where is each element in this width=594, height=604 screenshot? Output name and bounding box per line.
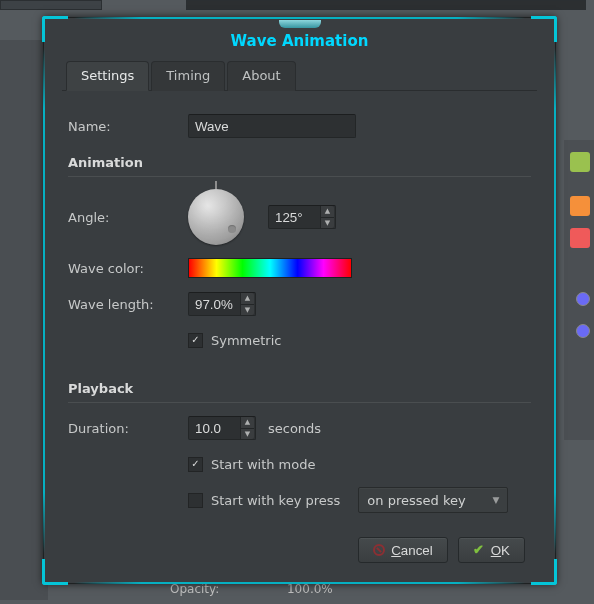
button-label: Cancel <box>391 543 433 558</box>
tab-bar: Settings Timing About <box>62 60 537 91</box>
dial-notch <box>215 181 217 189</box>
angle-dial[interactable] <box>188 189 244 245</box>
bg-chip <box>570 228 590 248</box>
duration-suffix: seconds <box>268 421 321 436</box>
name-label: Name: <box>68 119 188 134</box>
frame-edge <box>554 48 556 553</box>
dial-indicator <box>228 225 236 233</box>
cancel-icon <box>373 544 385 556</box>
checkbox-label: Symmetric <box>211 333 281 348</box>
section-animation: Animation <box>68 155 531 170</box>
spin-down-icon[interactable]: ▼ <box>320 218 334 229</box>
section-playback: Playback <box>68 381 531 396</box>
cancel-button[interactable]: Cancel <box>358 537 448 563</box>
angle-spinbox[interactable]: ▲▼ <box>268 205 336 229</box>
bg-chip <box>570 152 590 172</box>
bg-chip <box>576 324 590 338</box>
tab-settings[interactable]: Settings <box>66 61 149 91</box>
ok-icon: ✔ <box>473 544 485 556</box>
spin-up-icon[interactable]: ▲ <box>240 417 254 429</box>
wave-length-label: Wave length: <box>68 297 188 312</box>
tab-label: Timing <box>166 68 210 83</box>
symmetric-checkbox[interactable]: ✓ Symmetric <box>188 333 281 348</box>
frame-edge <box>74 17 525 19</box>
angle-label: Angle: <box>68 210 188 225</box>
keypress-combo[interactable]: on pressed key ▼ <box>358 487 508 513</box>
bg-fragment <box>564 140 594 440</box>
duration-label: Duration: <box>68 421 188 436</box>
tab-label: About <box>242 68 280 83</box>
bg-fragment <box>0 40 48 600</box>
checkbox-box: ✓ <box>188 457 203 472</box>
wave-color-label: Wave color: <box>68 261 188 276</box>
spin-up-icon[interactable]: ▲ <box>320 206 334 218</box>
frame-corner <box>42 16 68 42</box>
spin-down-icon[interactable]: ▼ <box>240 429 254 440</box>
spin-down-icon[interactable]: ▼ <box>240 305 254 316</box>
bg-fragment <box>186 0 586 10</box>
checkbox-box <box>188 493 203 508</box>
start-with-keypress-checkbox[interactable]: Start with key press <box>188 493 340 508</box>
wave-length-spinbox[interactable]: ▲▼ <box>188 292 256 316</box>
settings-pane: Name: Animation Angle: ▲▼ Wave color: <box>62 91 537 567</box>
start-with-mode-checkbox[interactable]: ✓ Start with mode <box>188 457 315 472</box>
frame-corner <box>42 559 68 585</box>
divider <box>68 402 531 403</box>
bg-chip <box>570 196 590 216</box>
tab-label: Settings <box>81 68 134 83</box>
bg-chip <box>576 292 590 306</box>
checkbox-box: ✓ <box>188 333 203 348</box>
ok-button[interactable]: ✔ OK <box>458 537 525 563</box>
wave-animation-dialog: Wave Animation Settings Timing About Nam… <box>43 17 556 584</box>
checkbox-label: Start with mode <box>211 457 315 472</box>
button-bar: Cancel ✔ OK <box>68 537 531 563</box>
button-label: OK <box>491 543 510 558</box>
wave-color-picker[interactable] <box>188 258 352 278</box>
frame-edge <box>74 582 525 584</box>
frame-corner <box>531 16 557 42</box>
bg-opacity-label: Opacity: <box>170 582 219 596</box>
combo-value: on pressed key <box>367 493 465 508</box>
tab-about[interactable]: About <box>227 61 295 91</box>
name-input[interactable] <box>188 114 356 138</box>
bg-opacity-value: 100.0% <box>287 582 333 596</box>
bg-fragment <box>0 0 102 10</box>
duration-spinbox[interactable]: ▲▼ <box>188 416 256 440</box>
bg-opacity-row: Opacity: 100.0% <box>170 582 333 596</box>
frame-edge <box>43 48 45 553</box>
frame-corner <box>531 559 557 585</box>
checkbox-label: Start with key press <box>211 493 340 508</box>
spin-up-icon[interactable]: ▲ <box>240 293 254 305</box>
tab-timing[interactable]: Timing <box>151 61 225 91</box>
window-handle[interactable] <box>279 20 321 28</box>
divider <box>68 176 531 177</box>
chevron-down-icon: ▼ <box>492 495 499 505</box>
